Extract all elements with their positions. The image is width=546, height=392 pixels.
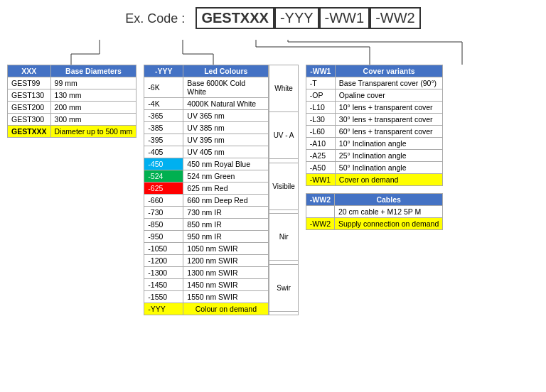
yyy-code: -950 [144, 231, 183, 243]
yyy-code: -730 [144, 207, 183, 219]
ww1-table: -WW1 Cover variants -T Base Transparent … [306, 65, 443, 186]
yyy-code: -4K [144, 98, 183, 110]
xxx-section: XXX Base Diameters GEST99 99 mm GEST130 … [7, 65, 136, 138]
yyy-table: -YYY Led Colours -6K Base 6000K Cold Whi… [144, 65, 269, 315]
yyy-table-row: -1450 1450 nm SWIR [144, 279, 269, 291]
ww1-code: -A25 [306, 150, 335, 162]
yyy-desc: 1200 nm SWIR [183, 255, 269, 267]
code-ww2: -WW2 [370, 7, 421, 29]
yyy-desc: 950 nm IR [183, 231, 269, 243]
xxx-code: GEST300 [8, 114, 51, 126]
yyy-table-row: -625 625 nm Red [144, 183, 269, 195]
yyy-code: -1450 [144, 279, 183, 291]
yyy-desc: UV 405 nm [183, 146, 269, 158]
yyy-code: -1550 [144, 291, 183, 303]
yyy-header-code: -YYY [144, 65, 183, 77]
ww1-code: -T [306, 77, 335, 89]
yyy-desc: 450 nm Royal Blue [183, 158, 269, 170]
ww1-table-row: -T Base Transparent cover (90°) [306, 77, 442, 89]
yyy-table-row: -395 UV 395 nm [144, 134, 269, 146]
code-ww1: -WW1 [319, 7, 370, 29]
yyy-code: -850 [144, 219, 183, 231]
yyy-code: -YYY [144, 303, 183, 315]
ww1-table-row: -L30 30° lens + transparent cover [306, 114, 442, 126]
yyy-desc: UV 395 nm [183, 134, 269, 146]
ww2-code [306, 206, 334, 218]
yyy-table-row: -1200 1200 nm SWIR [144, 255, 269, 267]
yyy-code: -524 [144, 170, 183, 183]
yyy-table-row: -6K Base 6000K Cold White [144, 77, 269, 98]
yyy-table-row: -YYY Colour on demand [144, 303, 269, 315]
yyy-desc: UV 365 nm [183, 110, 269, 122]
ww1-desc: Opaline cover [335, 89, 442, 102]
ww1-code: -WW1 [306, 174, 335, 186]
yyy-code: -365 [144, 110, 183, 122]
ww1-table-row: -WW1 Cover on demand [306, 174, 442, 186]
ww1-table-row: -L60 60° lens + transparent cover [306, 126, 442, 138]
ww1-code: -A10 [306, 138, 335, 150]
yyy-code: -1300 [144, 267, 183, 279]
yyy-code: -1200 [144, 255, 183, 267]
ww1-table-row: -A10 10° Inclination angle [306, 138, 442, 150]
xxx-table: XXX Base Diameters GEST99 99 mm GEST130 … [7, 65, 136, 138]
xxx-desc: 200 mm [50, 102, 136, 114]
xxx-header-code: XXX [8, 65, 51, 77]
yyy-code: -660 [144, 195, 183, 207]
yyy-desc: 524 nm Green [183, 170, 269, 183]
yyy-section: -YYY Led Colours -6K Base 6000K Cold Whi… [144, 65, 299, 315]
ww1-desc: Cover on demand [335, 174, 442, 186]
yyy-table-row: -1300 1300 nm SWIR [144, 267, 269, 279]
yyy-desc: 1450 nm SWIR [183, 279, 269, 291]
ww1-header-code: -WW1 [306, 65, 335, 77]
ww1-table-row: -OP Opaline cover [306, 89, 442, 102]
yyy-desc: 660 nm Deep Red [183, 195, 269, 207]
ww2-table-row: 20 cm cable + M12 5P M [306, 206, 442, 218]
ww1-desc: 30° lens + transparent cover [335, 114, 442, 126]
yyy-table-row: -385 UV 385 nm [144, 122, 269, 134]
ww1-desc: 50° Inclination angle [335, 162, 442, 174]
yyy-group-label: Swir [269, 264, 299, 311]
connector-svg [7, 36, 546, 65]
yyy-group-row [269, 311, 299, 315]
ww1-header-desc: Cover variants [335, 65, 442, 77]
yyy-header-desc: Led Colours [183, 65, 269, 77]
xxx-desc: 130 mm [50, 89, 136, 102]
code-gestxxx: GESTXXX [196, 7, 274, 29]
yyy-code: -450 [144, 158, 183, 170]
yyy-desc: Colour on demand [183, 303, 269, 315]
ww2-desc: 20 cm cable + M12 5P M [335, 206, 443, 218]
yyy-code: -385 [144, 122, 183, 134]
ww2-desc: Supply connection on demand [335, 218, 443, 230]
yyy-table-row: -730 730 nm IR [144, 207, 269, 219]
yyy-desc: UV 385 nm [183, 122, 269, 134]
ww2-table-row: -WW2 Supply connection on demand [306, 218, 442, 230]
yyy-desc: 625 nm Red [183, 183, 269, 195]
ww1-code: -L10 [306, 102, 335, 114]
tables-row: XXX Base Diameters GEST99 99 mm GEST130 … [7, 65, 539, 315]
yyy-table-row: -4K 4000K Natural White [144, 98, 269, 110]
ww1-table-row: -A50 50° Inclination angle [306, 162, 442, 174]
yyy-table-row: -365 UV 365 nm [144, 110, 269, 122]
yyy-desc: 1300 nm SWIR [183, 267, 269, 279]
yyy-code: -625 [144, 183, 183, 195]
ww1-table-row: -A25 25° Inclination angle [306, 150, 442, 162]
xxx-code: GESTXXX [8, 126, 51, 138]
header-label: Ex. Code : [125, 11, 185, 26]
code-yyy: -YYY [274, 7, 319, 29]
yyy-group-label: UV - A [269, 112, 299, 159]
ww1-table-row: -L10 10° lens + transparent cover [306, 102, 442, 114]
xxx-desc: 99 mm [50, 77, 136, 89]
xxx-desc: 300 mm [50, 114, 136, 126]
xxx-table-row: GEST300 300 mm [8, 114, 136, 126]
xxx-code: GEST130 [8, 89, 51, 102]
yyy-table-row: -660 660 nm Deep Red [144, 195, 269, 207]
yyy-group-label: White [269, 65, 299, 112]
yyy-code: -1050 [144, 243, 183, 255]
ww2-table: -WW2 Cables 20 cm cable + M12 5P M -WW2 … [306, 193, 443, 230]
ww2-header-desc: Cables [335, 194, 443, 206]
yyy-table-row: -850 850 nm IR [144, 219, 269, 231]
ww1-code: -L30 [306, 114, 335, 126]
yyy-desc: 730 nm IR [183, 207, 269, 219]
ww2-header-code: -WW2 [306, 194, 334, 206]
xxx-desc: Diameter up to 500 mm [50, 126, 136, 138]
